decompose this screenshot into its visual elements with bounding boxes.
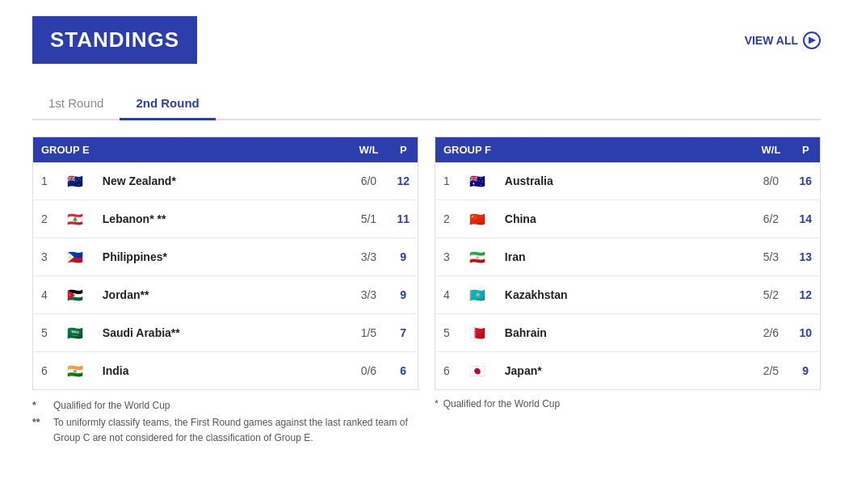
group-e-footnotes: * Qualified for the World Cup ** To unif… bbox=[32, 398, 418, 447]
flag-cell: 🇦🇺 bbox=[458, 162, 497, 200]
table-row: 5 🇸🇦 Saudi Arabia** 1/5 7 bbox=[33, 314, 418, 352]
rank-cell: 2 bbox=[33, 200, 56, 238]
rank-cell: 1 bbox=[33, 162, 56, 200]
table-row: 2 🇱🇧 Lebanon* ** 5/1 11 bbox=[33, 200, 418, 238]
table-row: 4 🇯🇴 Jordan** 3/3 9 bbox=[33, 276, 418, 314]
team-cell: Jordan** bbox=[95, 276, 349, 314]
group-f-col-wl: W/L bbox=[750, 137, 791, 163]
standings-title: STANDINGS bbox=[32, 16, 197, 64]
wl-cell: 3/3 bbox=[348, 276, 389, 314]
wl-cell: 5/1 bbox=[348, 200, 389, 238]
flag-cell: 🇵🇭 bbox=[56, 238, 95, 276]
points-cell: 10 bbox=[791, 314, 820, 352]
tables-row: GROUP E W/L P 1 🇳🇿 New Zealand* 6/0 12 2… bbox=[32, 136, 821, 448]
table-row: 5 🇧🇭 Bahrain 2/6 10 bbox=[435, 314, 821, 352]
flag-icon: 🇰🇿 bbox=[466, 284, 489, 306]
group-f-header: GROUP F W/L P bbox=[435, 137, 821, 163]
view-all-link[interactable]: VIEW ALL ▶ bbox=[745, 32, 821, 49]
points-cell: 11 bbox=[389, 200, 418, 238]
flag-cell: 🇸🇦 bbox=[56, 314, 95, 352]
wl-cell: 8/0 bbox=[750, 162, 791, 200]
footnote-star-mark: * bbox=[32, 398, 48, 414]
flag-icon: 🇦🇺 bbox=[466, 170, 489, 192]
wl-cell: 3/3 bbox=[348, 238, 389, 276]
view-all-label: VIEW ALL bbox=[745, 34, 798, 47]
group-e-name: GROUP E bbox=[33, 137, 349, 163]
rank-cell: 5 bbox=[435, 314, 458, 352]
header: STANDINGS VIEW ALL ▶ bbox=[32, 16, 821, 64]
group-f-body: 1 🇦🇺 Australia 8/0 16 2 🇨🇳 China 6/2 14 … bbox=[435, 162, 821, 390]
flag-cell: 🇨🇳 bbox=[458, 200, 497, 238]
group-e-wrap: GROUP E W/L P 1 🇳🇿 New Zealand* 6/0 12 2… bbox=[32, 136, 418, 448]
tab-1st-round[interactable]: 1st Round bbox=[32, 88, 120, 120]
footnote-f-star-mark: * bbox=[435, 398, 439, 410]
wl-cell: 2/6 bbox=[750, 314, 791, 352]
points-cell: 13 bbox=[791, 238, 820, 276]
group-e-header: GROUP E W/L P bbox=[33, 137, 418, 163]
team-cell: Bahrain bbox=[497, 314, 751, 352]
table-row: 3 🇵🇭 Philippines* 3/3 9 bbox=[33, 238, 418, 276]
team-cell: China bbox=[497, 200, 751, 238]
tab-2nd-round[interactable]: 2nd Round bbox=[120, 88, 215, 120]
footnote-f-star-text: Qualified for the World Cup bbox=[443, 398, 561, 410]
group-f-footnotes: * Qualified for the World Cup bbox=[435, 398, 821, 410]
flag-icon: 🇵🇭 bbox=[64, 246, 86, 268]
flag-icon: 🇧🇭 bbox=[466, 321, 489, 344]
points-cell: 9 bbox=[791, 352, 820, 390]
rank-cell: 4 bbox=[33, 276, 56, 314]
rank-cell: 4 bbox=[435, 276, 458, 314]
flag-cell: 🇧🇭 bbox=[458, 314, 497, 352]
wl-cell: 0/6 bbox=[348, 352, 389, 390]
group-f-name: GROUP F bbox=[435, 137, 751, 163]
group-f-wrap: GROUP F W/L P 1 🇦🇺 Australia 8/0 16 2 🇨🇳… bbox=[435, 136, 821, 448]
team-cell: Iran bbox=[497, 238, 751, 276]
points-cell: 12 bbox=[389, 162, 418, 200]
rank-cell: 6 bbox=[33, 352, 56, 390]
flag-icon: 🇱🇧 bbox=[64, 208, 86, 230]
team-cell: Japan* bbox=[497, 352, 751, 390]
group-e-table: GROUP E W/L P 1 🇳🇿 New Zealand* 6/0 12 2… bbox=[32, 136, 418, 390]
points-cell: 6 bbox=[389, 352, 418, 390]
wl-cell: 1/5 bbox=[348, 314, 389, 352]
footnote-star-text: Qualified for the World Cup bbox=[53, 398, 418, 414]
team-cell: Saudi Arabia** bbox=[95, 314, 349, 352]
group-e-col-p: P bbox=[389, 137, 418, 163]
flag-icon: 🇮🇳 bbox=[64, 359, 86, 382]
table-row: 6 🇮🇳 India 0/6 6 bbox=[33, 352, 418, 390]
page: STANDINGS VIEW ALL ▶ 1st Round 2nd Round… bbox=[0, 0, 853, 504]
table-row: 6 🇯🇵 Japan* 2/5 9 bbox=[435, 352, 821, 390]
table-row: 2 🇨🇳 China 6/2 14 bbox=[435, 200, 821, 238]
points-cell: 14 bbox=[791, 200, 820, 238]
team-cell: Australia bbox=[497, 162, 751, 200]
wl-cell: 6/2 bbox=[750, 200, 791, 238]
rank-cell: 2 bbox=[435, 200, 458, 238]
table-row: 3 🇮🇷 Iran 5/3 13 bbox=[435, 238, 821, 276]
flag-cell: 🇮🇳 bbox=[56, 352, 95, 390]
view-all-icon: ▶ bbox=[803, 32, 821, 49]
flag-cell: 🇯🇵 bbox=[458, 352, 497, 390]
team-cell: Kazakhstan bbox=[497, 276, 751, 314]
wl-cell: 2/5 bbox=[750, 352, 791, 390]
footnote-doublestar-text: To uniformly classify teams, the First R… bbox=[53, 415, 418, 446]
rank-cell: 3 bbox=[435, 238, 458, 276]
table-row: 1 🇳🇿 New Zealand* 6/0 12 bbox=[33, 162, 418, 200]
flag-cell: 🇰🇿 bbox=[458, 276, 497, 314]
flag-icon: 🇨🇳 bbox=[466, 208, 489, 230]
footnote-doublestar-mark: ** bbox=[32, 415, 48, 430]
flag-icon: 🇳🇿 bbox=[64, 170, 86, 192]
points-cell: 9 bbox=[389, 276, 418, 314]
team-cell: Philippines* bbox=[95, 238, 349, 276]
group-e-col-wl: W/L bbox=[348, 137, 389, 163]
tabs-container: 1st Round 2nd Round bbox=[32, 88, 821, 120]
footnote-f-star: * Qualified for the World Cup bbox=[435, 398, 821, 410]
rank-cell: 6 bbox=[435, 352, 458, 390]
flag-cell: 🇱🇧 bbox=[56, 200, 95, 238]
points-cell: 9 bbox=[389, 238, 418, 276]
footnote-doublestar: ** To uniformly classify teams, the Firs… bbox=[32, 415, 418, 446]
table-row: 4 🇰🇿 Kazakhstan 5/2 12 bbox=[435, 276, 821, 314]
wl-cell: 5/2 bbox=[750, 276, 791, 314]
team-cell: New Zealand* bbox=[95, 162, 349, 200]
rank-cell: 1 bbox=[435, 162, 458, 200]
points-cell: 16 bbox=[791, 162, 820, 200]
group-f-col-p: P bbox=[791, 137, 820, 163]
